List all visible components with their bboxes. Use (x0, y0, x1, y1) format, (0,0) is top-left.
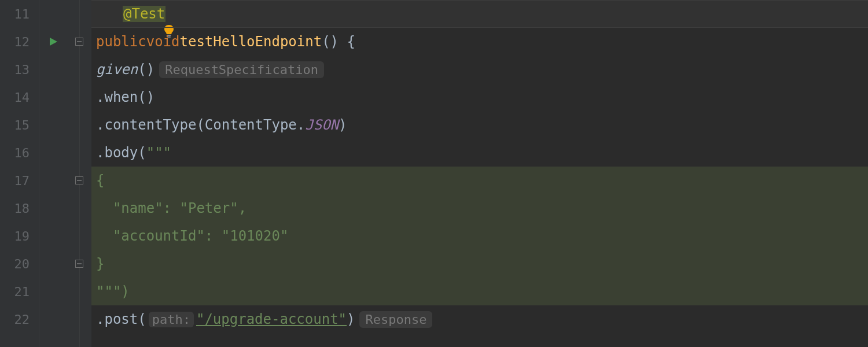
keyword-token: public (96, 34, 146, 50)
line-number: 13 (0, 56, 39, 83)
method-call-token: given (96, 61, 138, 77)
code-line[interactable]: 17 { (0, 167, 868, 194)
line-content[interactable]: } (91, 250, 868, 278)
gutter-run-col (39, 139, 67, 167)
gutter-run-col[interactable] (39, 28, 67, 56)
code-line[interactable]: 13 given()RequestSpecification (0, 56, 868, 83)
inlay-hint: Response (359, 311, 432, 328)
line-number: 20 (0, 250, 39, 278)
line-content[interactable]: """) (91, 278, 868, 305)
punct-token: ) (347, 311, 355, 327)
gutter-fold-col (67, 333, 91, 347)
gutter-fold-col (67, 305, 91, 333)
gutter-fold-col (67, 56, 91, 83)
code-line[interactable]: 21 """) (0, 278, 868, 305)
line-number: 12 (0, 28, 39, 56)
gutter-fold-col (67, 111, 91, 139)
line-content[interactable]: .body(""" (91, 139, 868, 167)
class-token: ContentType (205, 117, 297, 133)
code-line[interactable]: 18 "name": "Peter", (0, 194, 868, 222)
constant-token: JSON (305, 117, 339, 133)
gutter-run-col (39, 250, 67, 278)
line-number: 17 (0, 167, 39, 194)
gutter-run-col (39, 333, 67, 347)
punct-token: () { (322, 34, 355, 50)
gutter-fold-col (67, 139, 91, 167)
code-line[interactable]: 20 } (0, 250, 868, 278)
gutter-fold-col (67, 83, 91, 111)
gutter-fold-col (67, 278, 91, 305)
gutter-run-col (39, 56, 67, 83)
code-line[interactable]: 22 .post(path: "/upgrade-account")Respon… (0, 305, 868, 333)
method-call-token: post (104, 311, 138, 327)
line-content[interactable]: public void testHelloEndpoint() { (91, 28, 868, 56)
string-token: """) (96, 283, 130, 300)
code-editor[interactable]: 11 @Test 12 public void testHelloEndpoin… (0, 0, 868, 347)
keyword-token: void (146, 34, 180, 50)
line-number: 19 (0, 222, 39, 250)
code-line[interactable]: 15 .contentType(ContentType.JSON) (0, 111, 868, 139)
line-number: 15 (0, 111, 39, 139)
method-token: testHelloEndpoint (180, 34, 322, 50)
code-line[interactable]: 16 .body(""" (0, 139, 868, 167)
line-content[interactable]: "name": "Peter", (91, 194, 868, 222)
gutter-fold-col[interactable] (67, 167, 91, 194)
punct-token: () (138, 61, 155, 77)
line-number: 22 (0, 305, 39, 333)
code-line[interactable] (0, 333, 868, 347)
string-token: "/upgrade-account" (196, 311, 347, 327)
gutter-fold-col[interactable] (67, 28, 91, 56)
run-icon[interactable] (48, 36, 58, 47)
gutter-run-col (39, 305, 67, 333)
line-content[interactable]: "accountId": "101020" (91, 222, 868, 250)
fold-collapse-icon[interactable] (75, 176, 83, 184)
annotation-token: @Test (123, 6, 165, 22)
gutter-run-col (39, 167, 67, 194)
punct-token: ) (339, 117, 347, 133)
line-content[interactable]: .when() (91, 83, 868, 111)
line-number: 14 (0, 83, 39, 111)
string-token: { (96, 172, 104, 189)
punct-token: . (96, 117, 104, 133)
gutter-fold-col (67, 0, 91, 28)
punct-token: . (96, 89, 104, 105)
string-token: } (96, 256, 104, 272)
line-content[interactable]: { (91, 167, 868, 194)
gutter-run-col (39, 222, 67, 250)
gutter-fold-col[interactable] (67, 250, 91, 278)
fold-collapse-icon[interactable] (75, 38, 83, 46)
code-line[interactable]: 11 @Test (0, 0, 868, 28)
code-line[interactable]: 19 "accountId": "101020" (0, 222, 868, 250)
line-content[interactable]: given()RequestSpecification (91, 56, 868, 83)
punct-token: ( (196, 117, 204, 133)
fold-end-icon[interactable] (75, 260, 83, 268)
gutter-run-col (39, 0, 67, 28)
gutter-run-col (39, 278, 67, 305)
punct-token: ( (138, 311, 146, 327)
punct-token: . (96, 145, 104, 161)
line-number: 18 (0, 194, 39, 222)
punct-token: ( (138, 145, 146, 161)
inlay-hint: path: (149, 312, 194, 327)
line-number: 16 (0, 139, 39, 167)
punct-token: () (138, 89, 155, 105)
string-token: "name": "Peter", (96, 200, 247, 216)
gutter-run-col (39, 194, 67, 222)
method-call-token: body (104, 145, 138, 161)
code-line[interactable]: 14 .when() (0, 83, 868, 111)
code-line[interactable]: 12 public void testHelloEndpoint() { (0, 28, 868, 56)
line-number (0, 333, 39, 347)
punct-token: . (297, 117, 305, 133)
gutter-run-col (39, 83, 67, 111)
line-content[interactable]: @Test (91, 0, 868, 28)
gutter-run-col (39, 111, 67, 139)
line-number: 21 (0, 278, 39, 305)
gutter-fold-col (67, 222, 91, 250)
inlay-hint: RequestSpecification (159, 61, 324, 78)
line-content[interactable]: .contentType(ContentType.JSON) (91, 111, 868, 139)
line-content[interactable]: .post(path: "/upgrade-account")Response (91, 305, 868, 333)
lightbulb-icon[interactable] (96, 8, 108, 20)
string-token: """ (146, 145, 171, 161)
line-content[interactable] (91, 333, 868, 347)
method-call-token: when (104, 89, 138, 105)
